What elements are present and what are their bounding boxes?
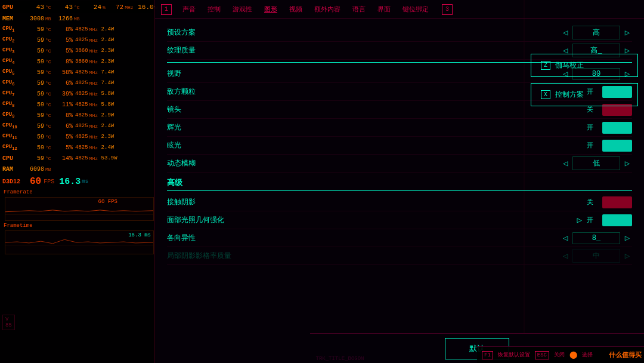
system-monitor: GPU 43 °C 43 °C 24 % 72 MHz 16.0 W MEM 3… — [0, 0, 155, 363]
mem-val2: 1266 — [56, 16, 73, 22]
preset-left-arrow[interactable]: ◁ — [561, 27, 570, 38]
aniso-right-arrow[interactable]: ▷ — [623, 233, 632, 243]
cpu12-row: CPU12 59°C 5% 4825MHz 2.4W — [2, 142, 152, 153]
motion-value: 低 — [572, 156, 620, 170]
mem-row: MEM 3008 MB 1266 MB — [2, 13, 152, 24]
flare-toggle[interactable] — [602, 140, 632, 152]
face-toggle-container: 开 — [587, 214, 632, 226]
gamma-button[interactable]: Z 伽马校正 — [531, 54, 638, 77]
cpu1-row: CPU1 59 °C 8% 4825 MHz 2.4W — [2, 24, 152, 35]
cpu1-mhz: 4825 — [75, 26, 88, 32]
cpu1-pct: 8% — [56, 26, 73, 33]
aniso-control: ◁ 8_ ▷ — [561, 232, 632, 244]
gpu-temp: 43 — [27, 4, 44, 11]
gpu-label: GPU — [2, 4, 26, 11]
nav-sound[interactable]: 声音 — [179, 4, 199, 15]
cpu11-row: CPU11 59°C 5% 4825MHz 2.3W — [2, 131, 152, 142]
d3d-fps-row: D3D12 60 FPS 16.3 ms — [2, 174, 152, 189]
nav-gameplay[interactable]: 游戏性 — [229, 4, 256, 15]
gpu-temp-unit: °C — [45, 5, 55, 10]
contact-toggle[interactable] — [602, 196, 632, 208]
glow-row: 辉光 开 — [167, 119, 632, 137]
top-nav: 1 声音 控制 游戏性 图形 视频 额外内容 语言 界面 键位绑定 3 — [155, 0, 644, 19]
preset-right-arrow[interactable]: ▷ — [623, 27, 632, 38]
motion-right-arrow[interactable]: ▷ — [623, 158, 632, 168]
frametime-label: Frametime — [2, 222, 152, 229]
cpu7-row: CPU7 59°C 39% 4825MHz 5.8W — [2, 88, 152, 99]
preset-label: 预设方案 — [167, 27, 561, 38]
preset-value: 高 — [572, 26, 620, 39]
cpu-total-row: CPU 59°C 14% 4825MHz 53.9W — [2, 153, 152, 164]
motion-control: ◁ 低 ▷ — [561, 156, 632, 170]
mem-val: 3008 — [27, 16, 44, 22]
nav-extra[interactable]: 额外内容 — [311, 4, 344, 15]
face-control: ▷ 开 — [577, 214, 632, 226]
fov-label: 视野 — [167, 69, 561, 79]
control-scheme-button[interactable]: X 控制方案 — [531, 83, 638, 106]
ms-value: 16.3 — [59, 177, 80, 187]
gpu-pct: 24 — [85, 4, 101, 11]
cpu8-row: CPU8 59°C 11% 4825MHz 5.8W — [2, 99, 152, 110]
glow-toggle-container: 开 — [587, 122, 632, 134]
aniso-row: 各向异性 ◁ 8_ ▷ — [167, 229, 632, 247]
face-label: 面部光照几何强化 — [167, 215, 577, 225]
ram-unit: MB — [45, 167, 55, 172]
particles-label: 敌方颗粒 — [167, 87, 587, 97]
fps-graph: 60 FPS — [5, 197, 154, 221]
cpu10-row: CPU10 59°C 6% 4825MHz 2.4W — [2, 121, 152, 131]
flare-toggle-container: 开 — [587, 140, 632, 152]
shadow-label: 局部阴影影格率质量 — [167, 251, 561, 261]
gpu-pct-unit: % — [103, 5, 112, 10]
aniso-label: 各向异性 — [167, 233, 561, 243]
face-row: 面部光照几何强化 ▷ 开 — [167, 211, 632, 229]
motion-row: 动态模糊 ◁ 低 ▷ — [167, 155, 632, 173]
select-icon: ⬤ — [569, 350, 577, 359]
flare-row: 眩光 开 — [167, 137, 632, 155]
cpu4-row: CPU4 59°C 8% 3860MHz 2.3W — [2, 56, 152, 67]
gpu-w: 16.0 — [138, 4, 153, 11]
face-toggle[interactable] — [602, 214, 632, 226]
quality-label: 纹理质量 — [167, 45, 561, 56]
shadow-right-arrow[interactable]: ▷ — [623, 251, 632, 261]
gamma-label: 伽马校正 — [555, 60, 584, 70]
contact-label: 接触阴影 — [167, 197, 587, 207]
nav-language[interactable]: 语言 — [349, 4, 369, 15]
cpu2-row: CPU2 59°C 5% 4825MHz 2.4W — [2, 35, 152, 45]
preset-control: ◁ 高 ▷ — [561, 26, 632, 39]
cursor-icon: ▷ — [577, 215, 582, 225]
ram-row: RAM 6098 MB — [2, 164, 152, 174]
nav-video[interactable]: 视频 — [286, 4, 306, 15]
shadow-left-arrow[interactable]: ◁ — [561, 251, 570, 261]
glow-state: 开 — [587, 123, 599, 132]
d3d-label: D3D12 — [2, 179, 26, 185]
nav-control[interactable]: 控制 — [204, 4, 224, 15]
fps-graph-label: 60 FPS — [98, 199, 117, 205]
face-state: 开 — [587, 216, 599, 224]
fps-value: 60 — [30, 176, 41, 187]
aniso-value: 8_ — [572, 232, 620, 244]
nav-interface[interactable]: 界面 — [374, 4, 394, 15]
mem-unit2: MB — [74, 16, 83, 21]
motion-selector: ◁ 低 ▷ — [561, 156, 632, 170]
shadow-selector: ◁ 中 ▷ — [561, 249, 632, 263]
nav-keybind[interactable]: 键位绑定 — [399, 4, 432, 15]
nav-graphics[interactable]: 图形 — [261, 4, 281, 15]
motion-left-arrow[interactable]: ◁ — [561, 158, 570, 168]
control-key: X — [541, 90, 550, 99]
aniso-left-arrow[interactable]: ◁ — [561, 233, 570, 243]
ram-val: 6098 — [27, 166, 44, 173]
version-badge: V85 — [2, 315, 15, 330]
nav-badge-3: 3 — [442, 4, 453, 15]
glow-toggle[interactable] — [602, 122, 632, 134]
gamma-key: Z — [541, 61, 550, 70]
advanced-label: 高级 — [167, 179, 182, 187]
contact-toggle-container: 关 — [587, 196, 632, 208]
control-label: 控制方案 — [555, 90, 584, 100]
right-panel: Z 伽马校正 X 控制方案 — [525, 48, 644, 112]
close-label: 关闭 — [554, 351, 565, 359]
gpu-mhz: 72 — [116, 4, 123, 11]
fps-unit: FPS — [44, 179, 54, 185]
cpu3-row: CPU3 59°C 5% 3860MHz 2.3W — [2, 45, 152, 56]
contact-row: 接触阴影 关 — [167, 193, 632, 211]
cpu1-tu: °C — [45, 27, 55, 32]
